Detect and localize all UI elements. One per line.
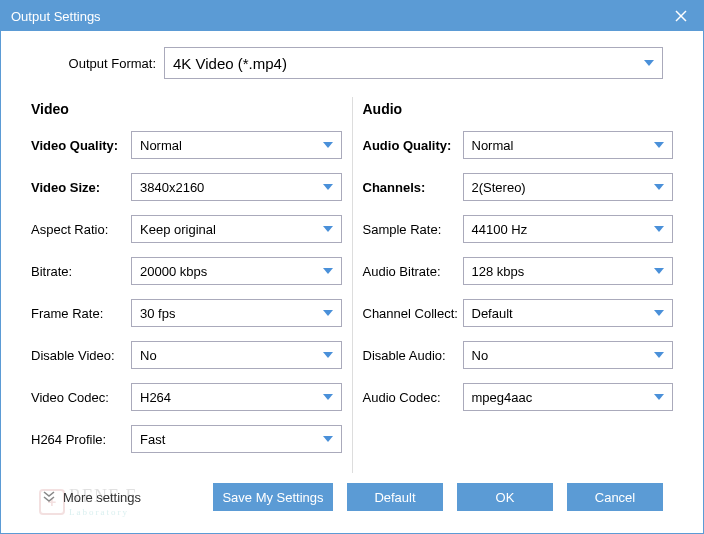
audio-codec-value: mpeg4aac (472, 390, 655, 405)
channels-dropdown[interactable]: 2(Stereo) (463, 173, 674, 201)
default-button[interactable]: Default (347, 483, 443, 511)
titlebar: Output Settings (1, 1, 703, 31)
chevron-down-icon (654, 352, 664, 358)
video-bitrate-row: Bitrate: 20000 kbps (31, 257, 342, 285)
video-bitrate-label: Bitrate: (31, 264, 131, 279)
video-quality-row: Video Quality: Normal (31, 131, 342, 159)
chevron-down-icon (644, 60, 654, 66)
more-settings-label: More settings (63, 490, 141, 505)
video-codec-dropdown[interactable]: H264 (131, 383, 342, 411)
chevron-down-icon (323, 226, 333, 232)
channels-value: 2(Stereo) (472, 180, 655, 195)
audio-heading: Audio (363, 101, 674, 117)
chevron-down-icon (323, 142, 333, 148)
aspect-ratio-label: Aspect Ratio: (31, 222, 131, 237)
save-my-settings-button[interactable]: Save My Settings (213, 483, 333, 511)
channel-collect-row: Channel Collect: Default (363, 299, 674, 327)
chevron-down-icon (654, 394, 664, 400)
chevron-down-icon (654, 226, 664, 232)
sample-rate-value: 44100 Hz (472, 222, 655, 237)
disable-audio-value: No (472, 348, 655, 363)
columns: Video Video Quality: Normal Video Size: … (21, 97, 683, 473)
output-format-dropdown[interactable]: 4K Video (*.mp4) (164, 47, 663, 79)
chevron-down-icon (654, 268, 664, 274)
h264-profile-label: H264 Profile: (31, 432, 131, 447)
audio-column: Audio Audio Quality: Normal Channels: 2(… (353, 97, 684, 473)
audio-quality-dropdown[interactable]: Normal (463, 131, 674, 159)
disable-audio-row: Disable Audio: No (363, 341, 674, 369)
more-settings-toggle[interactable]: More settings (41, 488, 141, 507)
output-settings-dialog: Output Settings Output Format: 4K Video … (0, 0, 704, 534)
video-codec-row: Video Codec: H264 (31, 383, 342, 411)
output-format-row: Output Format: 4K Video (*.mp4) (41, 47, 663, 79)
close-icon (675, 10, 687, 22)
chevron-down-icon (323, 436, 333, 442)
video-size-dropdown[interactable]: 3840x2160 (131, 173, 342, 201)
window-title: Output Settings (11, 9, 669, 24)
video-heading: Video (31, 101, 342, 117)
chevron-down-icon (654, 184, 664, 190)
audio-codec-row: Audio Codec: mpeg4aac (363, 383, 674, 411)
audio-quality-value: Normal (472, 138, 655, 153)
h264-profile-value: Fast (140, 432, 323, 447)
ok-button[interactable]: OK (457, 483, 553, 511)
disable-video-label: Disable Video: (31, 348, 131, 363)
sample-rate-dropdown[interactable]: 44100 Hz (463, 215, 674, 243)
channels-row: Channels: 2(Stereo) (363, 173, 674, 201)
audio-bitrate-row: Audio Bitrate: 128 kbps (363, 257, 674, 285)
audio-quality-label: Audio Quality: (363, 138, 463, 153)
disable-video-row: Disable Video: No (31, 341, 342, 369)
output-format-value: 4K Video (*.mp4) (173, 55, 644, 72)
sample-rate-label: Sample Rate: (363, 222, 463, 237)
dialog-body: Output Format: 4K Video (*.mp4) Video Vi… (1, 31, 703, 533)
frame-rate-row: Frame Rate: 30 fps (31, 299, 342, 327)
video-bitrate-dropdown[interactable]: 20000 kbps (131, 257, 342, 285)
audio-bitrate-value: 128 kbps (472, 264, 655, 279)
aspect-ratio-value: Keep original (140, 222, 323, 237)
watermark-line2: Laboratory (69, 507, 138, 517)
video-codec-label: Video Codec: (31, 390, 131, 405)
channel-collect-value: Default (472, 306, 655, 321)
video-codec-value: H264 (140, 390, 323, 405)
output-format-label: Output Format: (41, 56, 156, 71)
chevron-down-icon (323, 352, 333, 358)
video-quality-label: Video Quality: (31, 138, 131, 153)
channel-collect-dropdown[interactable]: Default (463, 299, 674, 327)
frame-rate-dropdown[interactable]: 30 fps (131, 299, 342, 327)
channels-label: Channels: (363, 180, 463, 195)
close-button[interactable] (669, 4, 693, 28)
frame-rate-label: Frame Rate: (31, 306, 131, 321)
video-column: Video Video Quality: Normal Video Size: … (21, 97, 353, 473)
aspect-ratio-row: Aspect Ratio: Keep original (31, 215, 342, 243)
video-bitrate-value: 20000 kbps (140, 264, 323, 279)
chevron-down-icon (654, 310, 664, 316)
chevron-down-icon (654, 142, 664, 148)
video-size-value: 3840x2160 (140, 180, 323, 195)
chevron-down-icon (323, 184, 333, 190)
audio-bitrate-dropdown[interactable]: 128 kbps (463, 257, 674, 285)
chevron-down-icon (323, 394, 333, 400)
video-size-row: Video Size: 3840x2160 (31, 173, 342, 201)
audio-quality-row: Audio Quality: Normal (363, 131, 674, 159)
audio-codec-dropdown[interactable]: mpeg4aac (463, 383, 674, 411)
h264-profile-dropdown[interactable]: Fast (131, 425, 342, 453)
disable-audio-label: Disable Audio: (363, 348, 463, 363)
disable-video-value: No (140, 348, 323, 363)
video-quality-value: Normal (140, 138, 323, 153)
video-size-label: Video Size: (31, 180, 131, 195)
h264-profile-row: H264 Profile: Fast (31, 425, 342, 453)
chevrons-down-icon (41, 488, 57, 507)
aspect-ratio-dropdown[interactable]: Keep original (131, 215, 342, 243)
frame-rate-value: 30 fps (140, 306, 323, 321)
sample-rate-row: Sample Rate: 44100 Hz (363, 215, 674, 243)
channel-collect-label: Channel Collect: (363, 306, 463, 321)
cancel-button[interactable]: Cancel (567, 483, 663, 511)
disable-audio-dropdown[interactable]: No (463, 341, 674, 369)
chevron-down-icon (323, 268, 333, 274)
disable-video-dropdown[interactable]: No (131, 341, 342, 369)
video-quality-dropdown[interactable]: Normal (131, 131, 342, 159)
footer: + RENE.E Laboratory More settings Save M… (21, 473, 683, 525)
chevron-down-icon (323, 310, 333, 316)
audio-bitrate-label: Audio Bitrate: (363, 264, 463, 279)
audio-codec-label: Audio Codec: (363, 390, 463, 405)
